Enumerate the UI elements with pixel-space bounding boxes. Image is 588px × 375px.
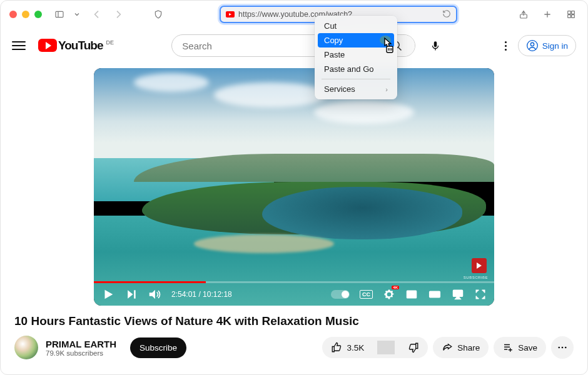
privacy-shield-icon[interactable] xyxy=(151,7,166,22)
settings-button[interactable]: 4K xyxy=(383,288,395,301)
airplay-icon xyxy=(452,288,464,301)
youtube-region-label: DE xyxy=(106,39,114,46)
video-info-section: 10 Hours Fantastic Views of Nature 4K wi… xyxy=(1,306,587,368)
svg-rect-26 xyxy=(430,291,440,297)
video-title: 10 Hours Fantastic Views of Nature 4K wi… xyxy=(14,314,574,328)
channel-subscriber-count: 79.9K subscribers xyxy=(46,349,116,357)
svg-rect-8 xyxy=(572,15,575,18)
context-menu-cut[interactable]: Cut xyxy=(318,19,394,33)
svg-point-36 xyxy=(565,347,567,349)
like-dislike-group: 3.5K xyxy=(322,337,428,358)
player-controls: 2:54:01 / 10:12:18 CC 4K xyxy=(94,283,494,306)
video-player[interactable]: SUBSCRIBE 2:54:01 / 10:12:18 CC 4K xyxy=(94,68,494,306)
chevron-right-icon: › xyxy=(385,86,388,93)
more-actions-button[interactable] xyxy=(551,336,574,359)
tab-overview-button[interactable] xyxy=(564,7,579,22)
video-thumbnail xyxy=(94,68,494,306)
user-icon xyxy=(526,39,539,52)
next-button[interactable] xyxy=(125,288,138,301)
forward-button[interactable] xyxy=(111,7,126,22)
close-window-button[interactable] xyxy=(9,11,17,18)
hamburger-menu-button[interactable] xyxy=(12,39,26,52)
next-icon xyxy=(125,288,138,301)
fullscreen-button[interactable] xyxy=(474,288,487,301)
svg-rect-5 xyxy=(568,11,571,14)
airplay-button[interactable] xyxy=(452,288,464,301)
play-icon xyxy=(101,288,115,301)
tab-dropdown-button[interactable] xyxy=(73,7,81,22)
zoom-window-button[interactable] xyxy=(34,11,42,18)
context-menu-paste-and-go[interactable]: Paste and Go xyxy=(318,62,394,76)
context-menu: Cut Copy Paste Paste and Go Services› xyxy=(315,16,397,99)
svg-point-35 xyxy=(562,347,564,349)
svg-marker-20 xyxy=(105,290,113,299)
youtube-header: YouTube DE Sign in xyxy=(1,28,587,63)
svg-rect-6 xyxy=(572,11,575,14)
channel-watermark-label: SUBSCRIBE xyxy=(464,276,488,279)
voice-search-button[interactable] xyxy=(424,34,447,57)
gear-icon xyxy=(383,288,395,301)
svg-rect-7 xyxy=(568,15,571,18)
microphone-icon xyxy=(430,40,441,51)
video-meta-row: PRIMAL EARTH 79.9K subscribers Subscribe… xyxy=(14,336,574,359)
captions-button[interactable]: CC xyxy=(360,290,373,299)
youtube-settings-menu-button[interactable] xyxy=(505,41,507,51)
share-video-button[interactable]: Share xyxy=(433,337,489,358)
miniplayer-icon xyxy=(405,288,418,301)
fullscreen-icon xyxy=(474,288,487,301)
site-favicon-icon xyxy=(226,11,235,18)
thumbs-down-icon xyxy=(408,342,419,353)
sidebar-toggle-button[interactable] xyxy=(52,7,67,22)
channel-name[interactable]: PRIMAL EARTH xyxy=(46,339,116,349)
subscribe-button[interactable]: Subscribe xyxy=(130,338,186,358)
youtube-logo[interactable]: YouTube DE xyxy=(38,39,114,52)
context-menu-copy[interactable]: Copy xyxy=(318,33,394,48)
channel-avatar[interactable] xyxy=(14,336,38,359)
sign-in-button[interactable]: Sign in xyxy=(518,35,576,56)
channel-watermark-icon[interactable] xyxy=(472,258,487,273)
theater-mode-button[interactable] xyxy=(428,288,442,301)
back-button[interactable] xyxy=(89,7,104,22)
miniplayer-button[interactable] xyxy=(405,288,418,301)
context-menu-paste[interactable]: Paste xyxy=(318,48,394,62)
thumbs-up-icon xyxy=(331,342,342,353)
like-button[interactable]: 3.5K xyxy=(322,337,373,358)
svg-rect-22 xyxy=(134,290,136,298)
safari-toolbar: https://www.youtube.com/watch? xyxy=(1,1,587,28)
context-menu-services[interactable]: Services› xyxy=(318,82,394,96)
new-tab-button[interactable] xyxy=(540,7,555,22)
share-icon xyxy=(442,342,453,353)
svg-rect-16 xyxy=(434,41,437,47)
svg-rect-25 xyxy=(412,294,415,297)
more-horizontal-icon xyxy=(557,342,568,353)
window-controls xyxy=(9,11,42,18)
save-video-button[interactable]: Save xyxy=(494,337,546,358)
svg-point-34 xyxy=(558,347,560,349)
autoplay-toggle[interactable] xyxy=(331,290,350,299)
quality-badge: 4K xyxy=(392,286,399,289)
play-button[interactable] xyxy=(101,288,115,301)
share-button[interactable] xyxy=(516,7,531,22)
youtube-logo-icon xyxy=(38,39,57,52)
svg-marker-23 xyxy=(150,290,155,299)
dislike-button[interactable] xyxy=(399,337,428,358)
svg-rect-0 xyxy=(56,11,63,17)
youtube-logo-text: YouTube xyxy=(58,39,103,52)
time-display: 2:54:01 / 10:12:18 xyxy=(171,290,232,299)
svg-line-15 xyxy=(398,48,402,51)
theater-icon xyxy=(428,288,442,301)
context-menu-separator xyxy=(322,79,390,79)
volume-button[interactable] xyxy=(148,288,161,301)
minimize-window-button[interactable] xyxy=(22,11,29,18)
volume-icon xyxy=(148,288,161,301)
svg-marker-21 xyxy=(128,290,133,298)
save-icon xyxy=(502,342,514,353)
reload-button[interactable] xyxy=(442,9,451,20)
svg-point-19 xyxy=(530,42,534,46)
